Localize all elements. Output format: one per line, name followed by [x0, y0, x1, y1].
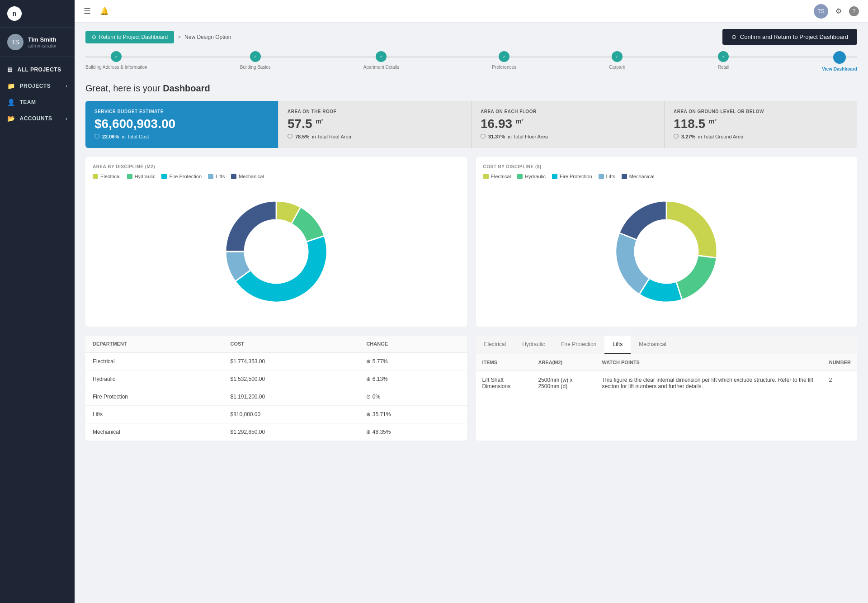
dept-cost: $1,191,200.00: [223, 388, 359, 406]
col-cost: COST: [223, 336, 359, 352]
card-pct: 3.27%: [681, 134, 695, 139]
card-pct: 22.06%: [102, 134, 119, 139]
breadcrumb: ⊙ Return to Project Dashboard > New Desi…: [85, 31, 231, 43]
breadcrumb-separator: >: [178, 34, 181, 40]
legend-label: Mechanical: [239, 174, 264, 179]
stepper-dot: ✓: [376, 51, 387, 62]
legend-item: Fire Protection: [552, 174, 592, 179]
stepper-step-3[interactable]: ✓Preferences: [492, 51, 516, 71]
legend-item: Lifts: [599, 174, 615, 179]
col-number: NUMBER: [823, 354, 857, 371]
legend-label: Electrical: [100, 174, 121, 179]
item-name: Lift Shaft Dimensions: [476, 371, 532, 395]
legend-color: [231, 174, 236, 179]
legend-item: Mechanical: [622, 174, 655, 179]
dept-change: ⊕ 48.35%: [359, 423, 467, 441]
dept-cost: $1,774,353.00: [223, 352, 359, 370]
stepper-step-0[interactable]: ✓Building Address & Information: [85, 51, 147, 71]
sidebar-item-label: TEAM: [20, 99, 36, 105]
legend-label: Hydraulic: [525, 174, 546, 179]
header-bar: ⊙ Return to Project Dashboard > New Desi…: [75, 23, 868, 51]
bottom-row: DEPARTMENT COST CHANGE Electrical $1,774…: [85, 336, 857, 441]
dept-change: ⊕ 6.13%: [359, 370, 467, 388]
detail-tabs: ElectricalHydraulicFire ProtectionLiftsM…: [476, 336, 858, 354]
card-service-budget: SERVICE BUDGET ESTIMATE $6,600,903.00 ⓘ …: [85, 101, 278, 148]
card-label: SERVICE BUDGET ESTIMATE: [94, 109, 269, 114]
chart-cost-legend: ElectricalHydraulicFire ProtectionLiftsM…: [483, 174, 850, 179]
dept-name: Hydraulic: [85, 370, 223, 388]
help-icon[interactable]: ?: [849, 6, 859, 16]
bell-icon[interactable]: 🔔: [100, 7, 109, 15]
chart-cost-title: COST BY DISCIPLINE ($): [483, 164, 850, 169]
stepper-step-5[interactable]: ✓Retail: [718, 51, 730, 71]
user-info: Tim Smith administrator: [28, 36, 57, 48]
stepper-step-1[interactable]: ✓Building Basics: [240, 51, 271, 71]
department-table: DEPARTMENT COST CHANGE Electrical $1,774…: [85, 336, 467, 441]
return-icon: ⊙: [92, 34, 96, 40]
sidebar-item-all-projects[interactable]: ⊞ ALL PROJECTS: [0, 62, 75, 78]
tab-electrical[interactable]: Electrical: [476, 336, 514, 354]
tab-hydraulic[interactable]: Hydraulic: [514, 336, 553, 354]
tab-lifts[interactable]: Lifts: [604, 336, 631, 354]
legend-item: Mechanical: [231, 174, 264, 179]
info-icon: ⓘ: [481, 133, 486, 140]
legend-label: Mechanical: [629, 174, 655, 179]
stepper-step-6[interactable]: View Dashboard: [822, 51, 857, 71]
sidebar: n TS Tim Smith administrator ⊞ ALL PROJE…: [0, 0, 75, 603]
tab-mechanical[interactable]: Mechanical: [631, 336, 675, 354]
legend-color: [517, 174, 523, 179]
user-avatar[interactable]: TS: [814, 4, 828, 19]
chevron-right-icon: ›: [66, 84, 67, 89]
dept-table: DEPARTMENT COST CHANGE Electrical $1,774…: [85, 336, 467, 441]
legend-label: Fire Protection: [560, 174, 592, 179]
stepper-step-2[interactable]: ✓Apartment Details: [363, 51, 399, 71]
chart-cost-panel: COST BY DISCIPLINE ($) ElectricalHydraul…: [476, 157, 858, 327]
stepper-label: Preferences: [492, 65, 516, 70]
settings-icon[interactable]: ⚙: [835, 7, 842, 15]
dept-name: Fire Protection: [85, 388, 223, 406]
legend-item: Electrical: [93, 174, 121, 179]
legend-item: Hydraulic: [127, 174, 156, 179]
dept-change: ⊕ 35.71%: [359, 406, 467, 423]
tab-fire-protection[interactable]: Fire Protection: [553, 336, 604, 354]
legend-color: [208, 174, 213, 179]
legend-color: [93, 174, 98, 179]
stepper-dot: [833, 51, 846, 64]
home-icon: ⊞: [7, 66, 13, 73]
card-value: 118.5 m²: [674, 117, 848, 131]
card-value: 16.93 m²: [481, 117, 655, 131]
col-watch-points: WATCH POINTS: [595, 354, 822, 371]
stepper-step-4[interactable]: ✓Carpark: [609, 51, 625, 71]
sidebar-item-label: ACCOUNTS: [20, 115, 52, 122]
card-value: $6,600,903.00: [94, 117, 269, 131]
card-label: AREA ON EACH FLOOR: [481, 109, 655, 114]
info-icon: ⓘ: [288, 133, 292, 140]
chevron-right-icon: ›: [66, 116, 67, 121]
info-icon: ⓘ: [94, 133, 99, 140]
sidebar-logo: n: [0, 0, 75, 28]
legend-color: [161, 174, 167, 179]
user-name: Tim Smith: [28, 36, 57, 43]
legend-label: Lifts: [216, 174, 225, 179]
avatar: TS: [7, 34, 24, 50]
card-label: AREA ON THE ROOF: [288, 109, 462, 114]
sidebar-item-projects[interactable]: 📁 PROJECTS ›: [0, 78, 75, 94]
stepper-dot: ✓: [111, 51, 122, 62]
table-row: Electrical $1,774,353.00 ⊕ 5.77%: [85, 352, 467, 370]
sidebar-item-team[interactable]: 👤 TEAM: [0, 94, 75, 110]
legend-color: [127, 174, 132, 179]
card-sub: ⓘ 31.37% in Total Floor Area: [481, 133, 655, 140]
confirm-button[interactable]: ⊙ Confirm and Return to Project Dashboar…: [722, 29, 857, 45]
return-to-project-button[interactable]: ⊙ Return to Project Dashboard: [85, 31, 174, 43]
return-label: Return to Project Dashboard: [99, 34, 168, 40]
sidebar-item-accounts[interactable]: 📂 ACCOUNTS ›: [0, 110, 75, 127]
stepper-label: Building Address & Information: [85, 65, 147, 70]
main-area: ☰ 🔔 TS ⚙ ? ⊙ Return to Project Dashboard…: [75, 0, 868, 603]
dashboard-title: Great, here is your Dashboard: [75, 79, 868, 101]
detail-row: Lift Shaft Dimensions 2500mm (w) x 2500m…: [476, 371, 858, 395]
col-department: DEPARTMENT: [85, 336, 223, 352]
item-area: 2500mm (w) x 2500mm (d): [532, 371, 595, 395]
table-row: Lifts $810,000.00 ⊕ 35.71%: [85, 406, 467, 423]
hamburger-icon[interactable]: ☰: [84, 6, 91, 16]
stepper-label: Retail: [718, 65, 730, 70]
